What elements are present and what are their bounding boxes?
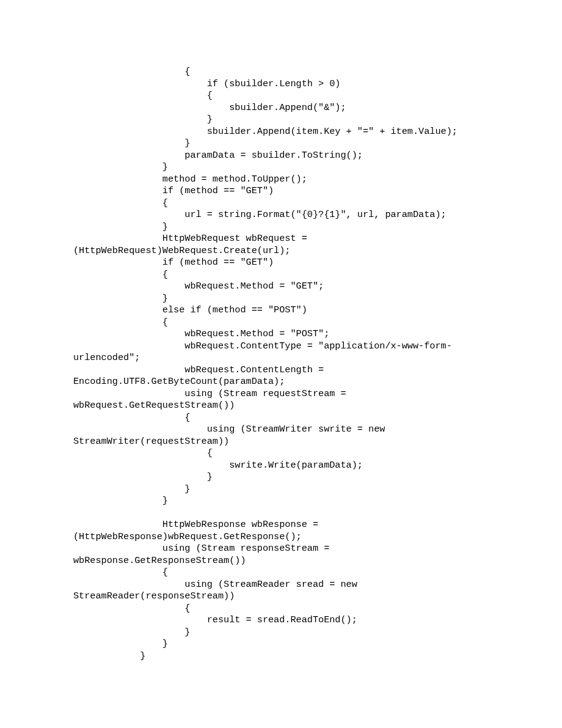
code-page: { if (sbuilder.Length > 0) { sbuilder.Ap… (0, 0, 562, 728)
code-block: { if (sbuilder.Length > 0) { sbuilder.Ap… (73, 66, 489, 662)
